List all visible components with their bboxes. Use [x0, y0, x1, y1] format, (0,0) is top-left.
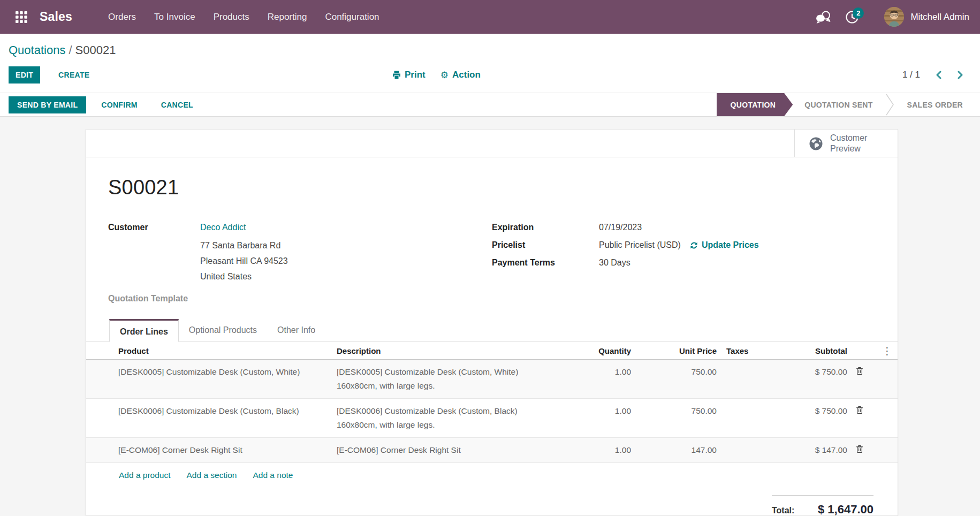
- print-button[interactable]: Print: [392, 70, 426, 80]
- header-description: Description: [337, 342, 588, 359]
- quantity-cell: 1.00: [588, 399, 631, 423]
- subtotal-cell: $ 750.00: [782, 399, 847, 423]
- product-link[interactable]: [E-COM06] Corner Desk Right Sit: [118, 438, 337, 462]
- update-prices-button[interactable]: Update Prices: [690, 240, 759, 250]
- messages-icon[interactable]: [812, 6, 834, 28]
- menu-to-invoice[interactable]: To Invoice: [145, 0, 204, 34]
- taxes-cell: [717, 399, 782, 409]
- expiration-value: 07/19/2023: [599, 223, 642, 232]
- order-lines-body: [DESK0005] Customizable Desk (Custom, Wh…: [86, 360, 898, 463]
- statusbar: SEND BY EMAIL CONFIRM CANCEL QUOTATION Q…: [0, 93, 980, 117]
- notebook-tabs: Order Lines Optional Products Other Info: [86, 318, 898, 342]
- pager-previous-icon[interactable]: [931, 67, 947, 83]
- tab-other-info[interactable]: Other Info: [267, 319, 325, 342]
- total-label: Total:: [772, 506, 794, 515]
- product-link[interactable]: [DESK0005] Customizable Desk (Custom, Wh…: [118, 360, 337, 384]
- content-area: CustomerPreview S00021 Customer Deco Add…: [0, 129, 980, 516]
- send-by-email-button[interactable]: SEND BY EMAIL: [9, 96, 86, 113]
- confirm-button[interactable]: CONFIRM: [93, 96, 146, 113]
- add-line-links: Add a product Add a section Add a note: [86, 463, 898, 480]
- status-steps: QUOTATION QUOTATION SENT SALES ORDER: [717, 93, 980, 116]
- column-options-icon[interactable]: ⋮: [882, 345, 892, 356]
- control-panel: Quotations/S00021 EDIT CREATE Print: [0, 34, 980, 93]
- gear-icon: ⚙: [440, 71, 449, 80]
- menu-orders[interactable]: Orders: [99, 0, 145, 34]
- customer-link[interactable]: Deco Addict: [200, 223, 288, 232]
- sheet-top-strip: CustomerPreview: [86, 130, 898, 157]
- order-line-row[interactable]: [E-COM06] Corner Desk Right Sit [E-COM06…: [86, 438, 898, 463]
- pricelist-label: Pricelist: [492, 240, 599, 250]
- unit-price-cell: 147.00: [631, 438, 717, 462]
- header-product: Product: [118, 342, 337, 359]
- breadcrumb-current: S00021: [75, 43, 116, 57]
- customer-label: Customer: [108, 223, 200, 284]
- customer-preview-button[interactable]: CustomerPreview: [794, 130, 898, 157]
- order-lines-header: Product Description Quantity Unit Price …: [86, 342, 898, 360]
- menu-products[interactable]: Products: [204, 0, 259, 34]
- app-name[interactable]: Sales: [40, 10, 72, 24]
- action-button[interactable]: ⚙ Action: [440, 70, 481, 80]
- header-subtotal: Subtotal: [782, 342, 847, 359]
- delete-line-icon[interactable]: [856, 367, 863, 375]
- main-menu: Orders To Invoice Products Reporting Con…: [99, 0, 388, 34]
- update-prices-label: Update Prices: [702, 240, 759, 250]
- breadcrumb-separator: /: [65, 43, 75, 57]
- taxes-cell: [717, 438, 782, 449]
- print-icon: [392, 71, 401, 79]
- apps-grid-icon[interactable]: [11, 6, 32, 28]
- user-menu[interactable]: Mitchell Admin: [870, 7, 969, 27]
- taxes-cell: [717, 360, 782, 370]
- quotation-title: S00021: [108, 176, 898, 199]
- refresh-icon: [690, 241, 698, 249]
- pricelist-value: Public Pricelist (USD): [599, 240, 681, 250]
- expiration-label: Expiration: [492, 223, 599, 232]
- cancel-button[interactable]: CANCEL: [153, 96, 202, 113]
- action-label: Action: [452, 70, 481, 80]
- avatar: [884, 7, 904, 27]
- add-section-link[interactable]: Add a section: [187, 471, 237, 480]
- total-value: $ 1,647.00: [818, 503, 873, 516]
- tab-order-lines[interactable]: Order Lines: [109, 319, 179, 342]
- edit-button[interactable]: EDIT: [9, 66, 40, 84]
- step-separator-icon: [885, 93, 895, 116]
- subtotal-cell: $ 147.00: [782, 438, 847, 462]
- customer-preview-label: CustomerPreview: [830, 133, 867, 154]
- step-quotation[interactable]: QUOTATION: [717, 93, 793, 116]
- subtotal-cell: $ 750.00: [782, 360, 847, 384]
- add-product-link[interactable]: Add a product: [119, 471, 171, 480]
- create-button[interactable]: CREATE: [51, 66, 97, 84]
- header-unit-price: Unit Price: [631, 342, 717, 359]
- header-quantity: Quantity: [588, 342, 631, 359]
- order-line-row[interactable]: [DESK0005] Customizable Desk (Custom, Wh…: [86, 360, 898, 399]
- top-navbar: Sales Orders To Invoice Products Reporti…: [0, 0, 980, 34]
- pager-next-icon[interactable]: [952, 67, 968, 83]
- description-cell: [E-COM06] Corner Desk Right Sit: [337, 438, 588, 462]
- menu-configuration[interactable]: Configuration: [316, 0, 388, 34]
- total-summary: Total: $ 1,647.00: [772, 495, 873, 516]
- breadcrumb-quotations[interactable]: Quotations: [9, 43, 65, 57]
- activities-icon[interactable]: 2: [841, 6, 863, 28]
- pager: 1 / 1: [902, 67, 971, 83]
- quotation-template-label: Quotation Template: [108, 294, 492, 303]
- globe-icon: [809, 136, 823, 151]
- step-quotation-sent[interactable]: QUOTATION SENT: [793, 93, 884, 116]
- quantity-cell: 1.00: [588, 438, 631, 462]
- order-line-row[interactable]: [DESK0006] Customizable Desk (Custom, Bl…: [86, 399, 898, 438]
- print-label: Print: [405, 70, 426, 80]
- form-sheet: CustomerPreview S00021 Customer Deco Add…: [86, 129, 898, 516]
- tab-optional-products[interactable]: Optional Products: [179, 319, 267, 342]
- description-cell: [DESK0005] Customizable Desk (Custom, Wh…: [337, 360, 588, 398]
- unit-price-cell: 750.00: [631, 399, 717, 423]
- delete-line-icon[interactable]: [856, 445, 863, 453]
- delete-line-icon[interactable]: [856, 406, 863, 414]
- step-sales-order[interactable]: SALES ORDER: [895, 93, 975, 116]
- unit-price-cell: 750.00: [631, 360, 717, 384]
- product-link[interactable]: [DESK0006] Customizable Desk (Custom, Bl…: [118, 399, 337, 423]
- quantity-cell: 1.00: [588, 360, 631, 384]
- add-note-link[interactable]: Add a note: [253, 471, 293, 480]
- breadcrumb: Quotations/S00021: [9, 43, 971, 57]
- payment-terms-value: 30 Days: [599, 258, 630, 268]
- menu-reporting[interactable]: Reporting: [259, 0, 316, 34]
- activities-badge: 2: [853, 7, 864, 19]
- description-cell: [DESK0006] Customizable Desk (Custom, Bl…: [337, 399, 588, 437]
